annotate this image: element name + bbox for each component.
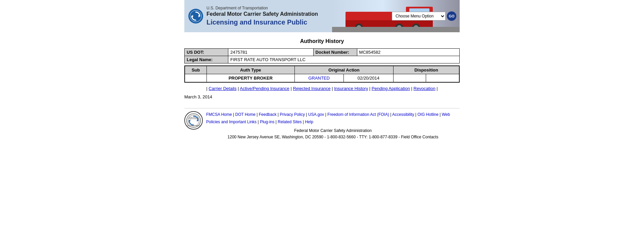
header-menu[interactable]: Choose Menu Option GO bbox=[392, 11, 456, 21]
pending-application-link[interactable]: Pending Application bbox=[372, 86, 410, 91]
footer: DEPARTMENT OF TRANSPORTATION UNITED STAT… bbox=[184, 108, 460, 141]
page-title: Authority History bbox=[184, 38, 460, 44]
menu-dropdown[interactable]: Choose Menu Option bbox=[392, 12, 446, 20]
footer-plug-ins[interactable]: Plug-ins bbox=[260, 120, 274, 124]
dot-value: 2475781 bbox=[228, 49, 314, 56]
date-line: March 3, 2014 bbox=[184, 94, 460, 99]
footer-seal: DEPARTMENT OF TRANSPORTATION UNITED STAT… bbox=[184, 111, 203, 130]
col-disposition: Disposition bbox=[394, 66, 459, 74]
active-pending-link[interactable]: Active/Pending Insurance bbox=[240, 86, 289, 91]
footer-feedback[interactable]: Feedback bbox=[259, 112, 277, 117]
footer-address: Federal Motor Carrier Safety Administrat… bbox=[206, 128, 460, 140]
footer-fmcsa-home[interactable]: FMCSA Home bbox=[206, 112, 232, 117]
header-line1: U.S. Department of Transportation bbox=[206, 6, 318, 11]
footer-accessibility[interactable]: Accessibility bbox=[392, 112, 414, 117]
cell-action: GRANTED bbox=[294, 74, 343, 83]
header-line3: Licensing and Insurance Public bbox=[206, 18, 318, 27]
cell-sub bbox=[185, 74, 206, 83]
cell-disposition2 bbox=[426, 74, 459, 83]
svg-text:UNITED STATES OF AMERICA: UNITED STATES OF AMERICA bbox=[187, 125, 200, 126]
cell-auth-type: PROPERTY BROKER bbox=[206, 74, 294, 83]
dot-logo bbox=[188, 9, 203, 24]
docket-label: Docket Number: bbox=[313, 49, 357, 56]
footer-oig-hotline[interactable]: OIG Hotline bbox=[417, 112, 439, 117]
legal-name-label: Legal Name: bbox=[185, 56, 228, 63]
links-bar: | Carrier Details | Active/Pending Insur… bbox=[184, 86, 460, 91]
footer-address-line2: 1200 New Jersey Avenue SE, Washington, D… bbox=[206, 134, 460, 140]
docket-value: MC854582 bbox=[357, 49, 459, 56]
header-line2: Federal Motor Carrier Safety Administrat… bbox=[206, 11, 318, 18]
footer-help[interactable]: Help bbox=[305, 120, 313, 124]
col-auth-type: Auth Type bbox=[206, 66, 294, 74]
footer-foia[interactable]: Freedom of Information Act (FOIA) bbox=[327, 112, 389, 117]
footer-links: FMCSA Home | DOT Home | Feedback | Priva… bbox=[206, 111, 460, 141]
dot-label: US DOT: bbox=[185, 49, 228, 56]
authority-table: Sub Auth Type Original Action Dispositio… bbox=[184, 65, 460, 83]
legal-name-value: FIRST RATE AUTO TRANSPORT LLC bbox=[228, 56, 460, 63]
cell-date: 02/20/2014 bbox=[343, 74, 394, 83]
carrier-details-link[interactable]: Carrier Details bbox=[209, 86, 236, 91]
col-original-action: Original Action bbox=[294, 66, 393, 74]
col-sub: Sub bbox=[185, 66, 206, 74]
footer-related-sites[interactable]: Related Sites bbox=[278, 120, 302, 124]
header-text: U.S. Department of Transportation Federa… bbox=[206, 6, 318, 27]
insurance-history-link[interactable]: Insurance History bbox=[334, 86, 368, 91]
footer-usa-gov[interactable]: USA.gov bbox=[308, 112, 324, 117]
table-row: PROPERTY BROKER GRANTED 02/20/2014 bbox=[185, 74, 459, 83]
rejected-insurance-link[interactable]: Rejected Insurance bbox=[293, 86, 330, 91]
revocation-link[interactable]: Revocation bbox=[414, 86, 435, 91]
info-table: US DOT: 2475781 Docket Number: MC854582 … bbox=[184, 48, 460, 63]
footer-address-line1: Federal Motor Carrier Safety Administrat… bbox=[206, 128, 460, 134]
go-button[interactable]: GO bbox=[447, 11, 456, 21]
footer-dot-home[interactable]: DOT Home bbox=[235, 112, 255, 117]
footer-privacy-policy[interactable]: Privacy Policy bbox=[280, 112, 305, 117]
cell-disposition1 bbox=[394, 74, 426, 83]
